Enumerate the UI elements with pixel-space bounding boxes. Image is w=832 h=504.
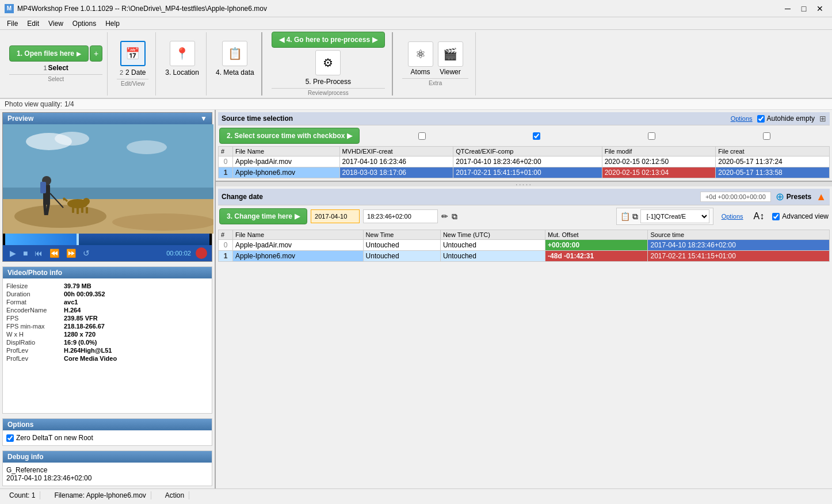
fast-back-button[interactable]: ⏪ bbox=[47, 247, 62, 259]
svg-point-7 bbox=[112, 213, 213, 231]
autohide-checkbox[interactable] bbox=[757, 115, 765, 123]
calendar-icon: 📅 bbox=[125, 47, 140, 60]
date-input-field[interactable] bbox=[311, 209, 360, 223]
info-row-encoder: EncoderName H.264 bbox=[6, 306, 208, 314]
open-files-dropdown[interactable]: + bbox=[90, 45, 102, 62]
add-circle-icon[interactable]: ⊕ bbox=[776, 190, 784, 203]
pencil-icon[interactable]: ✏ bbox=[441, 212, 448, 221]
record-button[interactable] bbox=[196, 247, 207, 259]
drag-separator[interactable] bbox=[216, 182, 832, 186]
cd-num-1: 1 bbox=[219, 251, 233, 262]
col-filecreat-checkbox[interactable] bbox=[763, 132, 770, 140]
source-time-table-container: # File Name MVHD/EXIF-creat QTCreat/EXIF… bbox=[218, 146, 830, 178]
photo-quality-bar: Photo view quality: 1/4 bbox=[0, 99, 832, 110]
viewer-button[interactable]: 🎬 bbox=[438, 41, 463, 67]
col-mvhd-checkbox[interactable] bbox=[418, 132, 426, 140]
time-input-field[interactable] bbox=[363, 209, 438, 223]
copy-icon[interactable]: ⧉ bbox=[452, 212, 457, 222]
rewind-button[interactable]: ⏮ bbox=[32, 247, 45, 259]
location-button[interactable]: 📍 bbox=[170, 41, 195, 66]
meta-label: 4. Meta data bbox=[216, 68, 254, 77]
info-row-duration: Duration 00h 00:09.352 bbox=[6, 290, 208, 298]
st-filemodif-1: 2020-02-15 02:13:04 bbox=[602, 167, 716, 178]
arrow-right-icon: ▶ bbox=[77, 51, 81, 57]
change-time-label: 3. Change time here bbox=[227, 212, 292, 220]
source-time-table: # File Name MVHD/EXIF-creat QTCreat/EXIF… bbox=[218, 146, 830, 178]
cd-sourcetime-1: 2017-02-21 15:41:15+01:00 bbox=[648, 251, 830, 262]
col-qtcreat-checkbox[interactable] bbox=[533, 132, 540, 140]
source-time-options-link[interactable]: Options bbox=[731, 115, 753, 122]
col-filemodif-checkbox[interactable] bbox=[648, 132, 655, 140]
titlebar-left: M MP4Workshop Free 1.0.1.1029 -- R:\OneD… bbox=[5, 4, 267, 13]
meta-button[interactable]: 📋 bbox=[222, 41, 247, 66]
change-date-options-link[interactable]: Options bbox=[722, 213, 743, 220]
zero-delta-row: Zero DeltaT on new Root bbox=[6, 434, 208, 442]
main-content: Preview ▼ bbox=[0, 110, 832, 488]
change-date-header: Change date +0d +00:00:00+00:00 ⊕ Preset… bbox=[218, 189, 830, 205]
open-files-label: 1. Open files here bbox=[17, 49, 74, 58]
menu-file[interactable]: File bbox=[2, 18, 22, 29]
preprocess-button[interactable]: ◀ 4. Go here to pre-process ▶ bbox=[272, 32, 385, 48]
play-button[interactable]: ▶ bbox=[7, 247, 18, 259]
presets-copy-icon[interactable]: 📋 bbox=[620, 212, 630, 221]
close-button[interactable]: ✕ bbox=[812, 1, 827, 16]
repeat-button[interactable]: ↺ bbox=[81, 247, 92, 259]
collapse-arrow-icon[interactable]: ▲ bbox=[816, 191, 826, 203]
select-label: Select bbox=[48, 64, 68, 72]
proflev2-val: Core Media Video bbox=[64, 355, 117, 362]
date-button[interactable]: 📅 bbox=[120, 41, 146, 66]
maximize-button[interactable]: □ bbox=[796, 1, 811, 16]
preprocess-icon-button[interactable]: ⚙ bbox=[315, 50, 341, 75]
menu-edit[interactable]: Edit bbox=[22, 18, 44, 29]
presets-paste-icon[interactable]: ⧉ bbox=[632, 212, 638, 222]
proflev1-key: ProfLev bbox=[6, 347, 64, 354]
cd-table-row-1[interactable]: 1 Apple-Iphone6.mov Untouched Untouched … bbox=[219, 251, 830, 262]
info-row-filesize: Filesize 39.79 MB bbox=[6, 282, 208, 290]
video-progress-bar[interactable] bbox=[5, 234, 209, 245]
open-files-button[interactable]: 1. Open files here ▶ bbox=[9, 45, 89, 62]
info-row-fps-minmax: FPS min-max 218.18-266.67 bbox=[6, 322, 208, 330]
info-row-proflev1: ProfLev H.264High@L51 bbox=[6, 346, 208, 354]
source-table-row-0[interactable]: 0 Apple-IpadAir.mov 2017-04-10 16:23:46 … bbox=[219, 156, 830, 167]
step1-label: 1 bbox=[43, 64, 47, 71]
font-size-icon[interactable]: A↕ bbox=[754, 211, 765, 222]
atoms-button[interactable]: ⚛ bbox=[408, 41, 433, 67]
menu-view[interactable]: View bbox=[44, 18, 68, 29]
preprocess-label: 4. Go here to pre-process bbox=[287, 36, 370, 44]
video-info-header: Video/Photo info bbox=[3, 267, 212, 278]
st-filename-0: Apple-IpadAir.mov bbox=[233, 156, 340, 167]
minimize-button[interactable]: ─ bbox=[780, 1, 795, 16]
autohide-check-row: Autohide empty bbox=[757, 114, 815, 123]
source-table-row-1[interactable]: 1 Apple-Iphone6.mov 2018-03-03 18:17:06 … bbox=[219, 167, 830, 178]
change-date-section: Change date +0d +00:00:00+00:00 ⊕ Preset… bbox=[216, 186, 832, 488]
review-section-label: Review/process bbox=[272, 88, 385, 96]
fast-fwd-button[interactable]: ⏩ bbox=[64, 247, 78, 259]
change-time-row: 3. Change time here ▶ ✏ ⧉ 📋 ⧉ [-1]QTCrea… bbox=[218, 208, 830, 225]
advanced-view-checkbox[interactable] bbox=[772, 213, 780, 220]
zero-delta-checkbox[interactable] bbox=[6, 434, 14, 442]
th-filemodif: File modif bbox=[602, 147, 716, 156]
duration-val: 00h 00:09.352 bbox=[64, 291, 105, 297]
preview-title: Preview bbox=[7, 114, 33, 123]
presets-dropdown[interactable]: [-1]QTCreat/E bbox=[640, 209, 709, 223]
menu-options[interactable]: Options bbox=[68, 18, 101, 29]
cd-th-filename: File Name bbox=[233, 230, 364, 240]
change-date-table-container: # File Name New Time New Time (UTC) Mut.… bbox=[218, 230, 830, 486]
toolbar-extra-section: ⚛ Atoms 🎬 Viewer Extra bbox=[395, 32, 476, 96]
toolbar-meta-section: 📋 4. Meta data bbox=[209, 32, 262, 96]
change-time-button[interactable]: 3. Change time here ▶ bbox=[219, 208, 307, 224]
grid-icon[interactable]: ⊞ bbox=[819, 114, 826, 123]
menu-help[interactable]: Help bbox=[101, 18, 124, 29]
cd-table-row-0[interactable]: 0 Apple-IpadAir.mov Untouched Untouched … bbox=[219, 240, 830, 251]
options-header: Options bbox=[3, 419, 212, 430]
select-arrow-icon: ▶ bbox=[347, 132, 352, 140]
select-source-time-button[interactable]: 2. Select source time with checkbox ▶ bbox=[219, 128, 360, 144]
atoms-icon: ⚛ bbox=[415, 47, 426, 61]
th-mvhd: MVHD/EXIF-creat bbox=[339, 147, 453, 156]
cd-th-newtimeutc: New Time (UTC) bbox=[440, 230, 545, 240]
toolbar-location-section: 📍 3. Location bbox=[158, 32, 207, 96]
cd-filename-0: Apple-IpadAir.mov bbox=[233, 240, 364, 251]
window-controls: ─ □ ✕ bbox=[780, 1, 827, 16]
stop-button[interactable]: ■ bbox=[21, 247, 30, 259]
advanced-view-row: Advanced view bbox=[772, 212, 829, 220]
